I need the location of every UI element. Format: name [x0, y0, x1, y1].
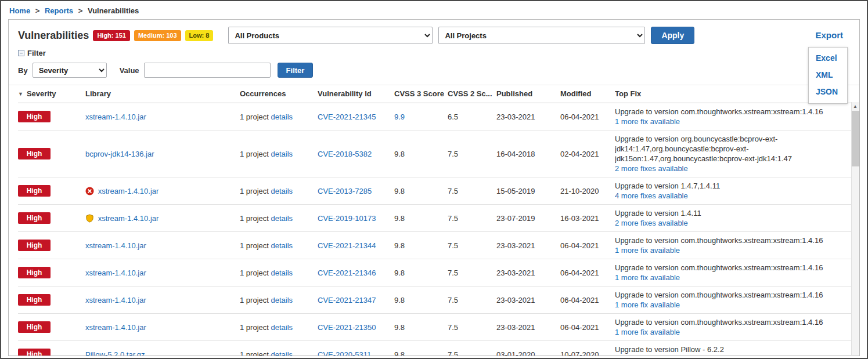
- vuln-table-body: High xstream-1.4.10.jar 1 project detail…: [18, 103, 851, 357]
- library-link[interactable]: Pillow-5.2.0.tar.gz: [85, 350, 145, 357]
- library-link[interactable]: xstream-1.4.10.jar: [98, 187, 159, 195]
- export-link[interactable]: Export: [815, 30, 843, 40]
- column-header-modified[interactable]: Modified: [560, 85, 615, 103]
- column-header-severity[interactable]: ▼Severity: [18, 85, 85, 103]
- cvss2-score: 7.5: [448, 259, 496, 287]
- published-date: 15-05-2019: [496, 177, 560, 205]
- export-menu-item-json[interactable]: JSON: [816, 87, 840, 96]
- occurrences-text: 1 project: [240, 214, 269, 223]
- published-date: 23-03-2021: [496, 103, 560, 130]
- occurrences-text: 1 project: [240, 113, 269, 121]
- column-header-published[interactable]: Published: [496, 85, 560, 103]
- modified-date: 21-10-2020: [560, 177, 615, 205]
- vulnerability-id-link[interactable]: CVE-2021-21346: [318, 269, 376, 277]
- cvss3-score: 9.8: [394, 187, 405, 195]
- filter-by-select[interactable]: Severity: [33, 63, 107, 78]
- more-fixes-link[interactable]: 1 more fix available: [615, 328, 680, 336]
- published-date: 23-03-2021: [496, 259, 560, 287]
- medium-count-badge: Medium: 103: [134, 30, 181, 41]
- details-link[interactable]: details: [271, 350, 293, 357]
- table-row: High xstream-1.4.10.jar 1 project detail…: [18, 259, 851, 287]
- severity-badge: High: [18, 294, 51, 306]
- cvss3-score: 9.9: [394, 113, 405, 121]
- filter-value-input[interactable]: [144, 63, 271, 78]
- details-link[interactable]: details: [271, 269, 293, 277]
- cvss2-score: 7.5: [448, 130, 496, 177]
- severity-badge: High: [18, 321, 51, 333]
- apply-button[interactable]: Apply: [651, 27, 694, 44]
- library-link[interactable]: xstream-1.4.10.jar: [85, 296, 146, 304]
- table-row: High xstream-1.4.10.jar 1 project detail…: [18, 177, 851, 205]
- column-header-library[interactable]: Library: [85, 85, 240, 103]
- column-header-cvss3[interactable]: CVSS 3 Score: [394, 85, 448, 103]
- library-link[interactable]: bcprov-jdk14-136.jar: [85, 150, 154, 158]
- cvss2-score: 7.5: [448, 232, 496, 259]
- more-fixes-link[interactable]: 2 more fixes available: [615, 219, 688, 227]
- library-link[interactable]: xstream-1.4.10.jar: [98, 214, 159, 223]
- more-fixes-link[interactable]: 1 more fix available: [615, 273, 680, 282]
- vulnerability-id-link[interactable]: CVE-2019-10173: [318, 214, 376, 223]
- cvss3-score: 9.8: [394, 296, 405, 304]
- occurrences-text: 1 project: [240, 241, 269, 250]
- severity-badge: High: [18, 240, 51, 251]
- vulnerability-id-link[interactable]: CVE-2018-5382: [318, 150, 372, 158]
- top-fix-text: Upgrade to version com.thoughtworks.xstr…: [615, 317, 847, 327]
- severity-badge: High: [18, 111, 51, 122]
- breadcrumb-reports-link[interactable]: Reports: [45, 6, 73, 15]
- column-header-vulnerability-id[interactable]: Vulnerability Id: [318, 85, 394, 103]
- vulnerabilities-table: ▼Severity Library Occurrences Vulnerabil…: [18, 85, 851, 356]
- cvss2-score: 7.5: [448, 287, 496, 314]
- column-header-cvss2[interactable]: CVSS 2 Sc...: [448, 85, 496, 103]
- more-fixes-link[interactable]: 4 more fixes available: [615, 191, 688, 200]
- details-link[interactable]: details: [271, 241, 293, 250]
- vulnerability-id-link[interactable]: CVE-2013-7285: [318, 187, 372, 195]
- severity-badge: High: [18, 267, 51, 278]
- breadcrumb-home-link[interactable]: Home: [9, 6, 30, 15]
- more-fixes-link[interactable]: 2 more fixes available: [615, 164, 688, 173]
- export-menu-item-excel[interactable]: Excel: [816, 53, 840, 63]
- library-link[interactable]: xstream-1.4.10.jar: [85, 323, 146, 332]
- vulnerability-id-link[interactable]: CVE-2021-21347: [318, 296, 376, 304]
- table-row: High Pillow-5.2.0.tar.gz 1 project detai…: [18, 341, 851, 357]
- details-link[interactable]: details: [271, 150, 293, 158]
- vulnerable-library-shield-icon: [85, 214, 98, 223]
- breadcrumb-separator: >: [35, 6, 40, 15]
- filter-button[interactable]: Filter: [278, 63, 314, 78]
- details-link[interactable]: details: [271, 296, 293, 304]
- library-link[interactable]: xstream-1.4.10.jar: [85, 269, 146, 277]
- projects-select[interactable]: All Projects: [438, 27, 645, 44]
- breadcrumb-current: Vulnerabilities: [88, 6, 139, 15]
- modified-date: 06-04-2021: [560, 103, 615, 130]
- details-link[interactable]: details: [271, 187, 293, 195]
- cvss2-score: 7.5: [448, 314, 496, 341]
- top-fix-text: Upgrade to version com.thoughtworks.xstr…: [615, 290, 847, 300]
- more-fixes-link[interactable]: 1 more fix available: [615, 300, 680, 309]
- more-fixes-link[interactable]: 2 more fixes available: [615, 355, 688, 356]
- products-select[interactable]: All Products: [228, 27, 433, 44]
- details-link[interactable]: details: [271, 113, 293, 121]
- vulnerability-id-link[interactable]: CVE-2021-21345: [318, 113, 376, 121]
- details-link[interactable]: details: [271, 323, 293, 332]
- collapse-icon[interactable]: [18, 50, 24, 56]
- vulnerability-id-link[interactable]: CVE-2021-21350: [318, 323, 376, 332]
- breadcrumb: Home > Reports > Vulnerabilities: [1, 1, 867, 19]
- library-link[interactable]: xstream-1.4.10.jar: [85, 113, 146, 121]
- filter-section: Filter By Severity Value Filter: [9, 48, 859, 85]
- cvss3-score: 9.8: [394, 269, 405, 277]
- panel-header: Vulnerabilities High: 151 Medium: 103 Lo…: [9, 20, 859, 48]
- occurrences-text: 1 project: [240, 187, 269, 195]
- scroll-up-icon[interactable]: ▲: [852, 102, 859, 111]
- vulnerability-id-link[interactable]: CVE-2021-21344: [318, 241, 376, 250]
- more-fixes-link[interactable]: 1 more fix available: [615, 246, 680, 255]
- vulnerability-id-link[interactable]: CVE-2020-5311: [318, 350, 371, 357]
- column-header-occurrences[interactable]: Occurrences: [240, 85, 318, 103]
- table-scrollbar[interactable]: ▲: [851, 102, 859, 355]
- low-count-badge: Low: 8: [185, 30, 214, 41]
- more-fixes-link[interactable]: 1 more fix available: [615, 117, 680, 126]
- scrollbar-thumb[interactable]: [852, 111, 859, 166]
- vulnerable-library-shield-icon: [85, 187, 98, 195]
- export-menu-item-xml[interactable]: XML: [816, 70, 840, 79]
- details-link[interactable]: details: [271, 214, 293, 223]
- top-fix-text: Upgrade to version com.thoughtworks.xstr…: [615, 107, 847, 117]
- library-link[interactable]: xstream-1.4.10.jar: [85, 241, 146, 250]
